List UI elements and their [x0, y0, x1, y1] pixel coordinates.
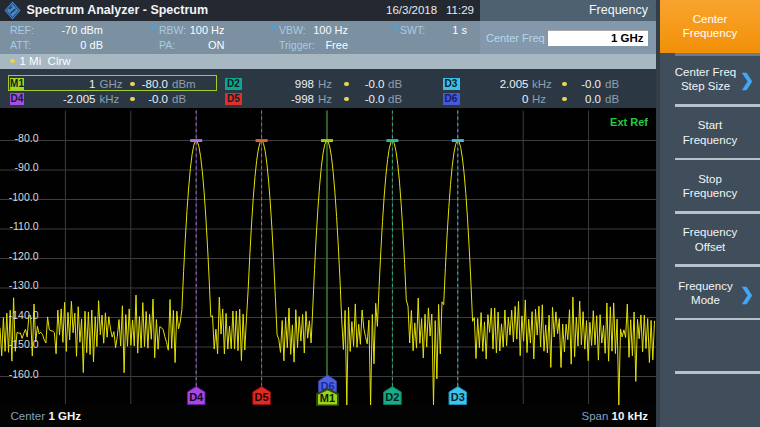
svg-text:D5: D5: [255, 391, 269, 403]
svg-text:-90.0: -90.0: [15, 161, 39, 173]
svg-text:-130.0: -130.0: [9, 279, 39, 291]
svg-text:Ext Ref: Ext Ref: [610, 116, 648, 128]
svg-text:-80.0: -80.0: [15, 132, 39, 144]
svg-text:-120.0: -120.0: [9, 250, 39, 262]
svg-text:-140.0: -140.0: [9, 309, 39, 321]
svg-text:D4: D4: [189, 391, 204, 403]
svg-text:-100.0: -100.0: [9, 191, 39, 203]
svg-text:-150.0: -150.0: [9, 338, 39, 350]
svg-text:D2: D2: [385, 391, 399, 403]
svg-text:D3: D3: [451, 391, 465, 403]
svg-text:-160.0: -160.0: [9, 368, 39, 380]
svg-text:M1: M1: [320, 392, 335, 404]
svg-text:-110.0: -110.0: [10, 220, 39, 232]
